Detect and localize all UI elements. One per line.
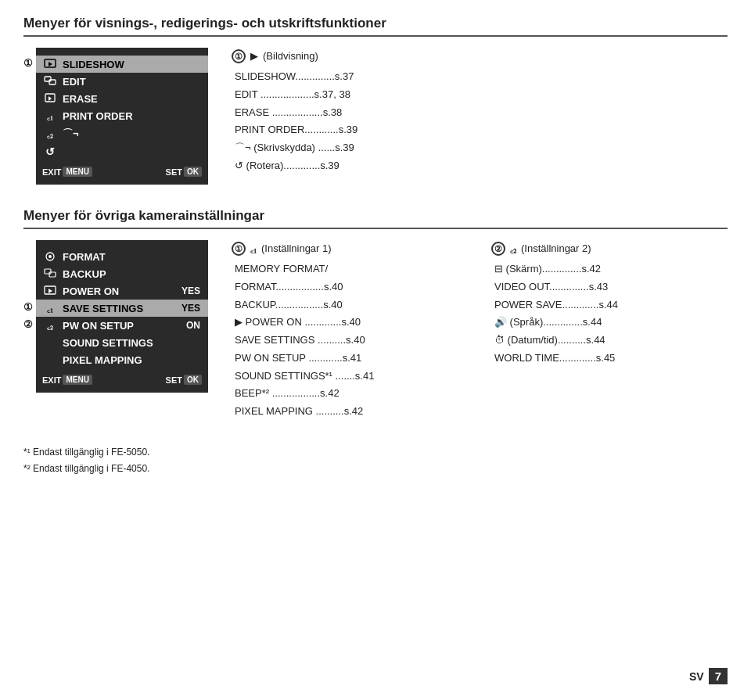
section1-col1: ① ▶ (Bildvisning) SLIDESHOW.............…: [232, 48, 728, 175]
col1-row-2: ERASE ..................s.38: [232, 104, 728, 122]
col1-row-4: ⌒¬ (Skrivskydda) ......s.39: [232, 139, 728, 157]
section2-content: ① ② FORMAT BACKUP: [23, 240, 728, 421]
slideshow-icon: [42, 58, 58, 70]
s2-num-spacer3: [23, 281, 33, 298]
circle-s2-2: ②: [491, 242, 505, 256]
menu1-footer: EXIT MENU SET OK: [36, 163, 208, 180]
set-button2[interactable]: SET OK: [166, 375, 202, 385]
ok2-kbd: OK: [184, 375, 202, 385]
s2-num-spacer1: [23, 246, 33, 264]
s2-col2-row-1: VIDEO OUT..............s.43: [491, 278, 728, 296]
section2-col1: ① ꜀₁ (Inställningar 1) MEMORY FORMAT/ FO…: [232, 240, 468, 421]
section1-content: ① SLIDESHOW EDIT ERASE: [23, 48, 728, 185]
edit-icon: [42, 75, 58, 88]
s2-left-num2: ②: [23, 315, 33, 332]
s2-col1-row-8: PIXEL MAPPING ..........s.42: [232, 403, 468, 421]
s2-col1-row-7: BEEP*² .................s.42: [232, 385, 468, 403]
menu-item-soundsettings[interactable]: SOUND SETTINGS: [36, 334, 208, 351]
menu-item-savesettings-label: SAVE SETTINGS: [63, 303, 143, 314]
menu-item-poweron-label: POWER ON: [63, 285, 119, 297]
s2-num-spacer2: [23, 264, 33, 281]
menu-item-slideshow[interactable]: SLIDESHOW: [36, 56, 208, 73]
soundsettings-icon: [42, 336, 58, 349]
section2-col2-header: ② ꜀₂ (Inställningar 2): [491, 240, 728, 257]
menu-item-format-label: FORMAT: [63, 251, 106, 263]
menu-item-pwonsetup[interactable]: ꜀₂ PW ON SETUP ON: [36, 317, 208, 334]
svg-marker-11: [49, 289, 52, 293]
menu-item-pixelmapping-label: PIXEL MAPPING: [63, 354, 142, 366]
s2-col1-header-text: (Inställningar 1): [261, 240, 332, 257]
svg-rect-8: [45, 269, 51, 274]
menu-kbd: MENU: [63, 167, 92, 177]
menu-item-print[interactable]: ꜀₁ PRINT ORDER: [36, 107, 208, 124]
menu-item-rotate[interactable]: ↺: [36, 143, 208, 160]
circle-1: ①: [232, 49, 246, 63]
s2-col2-header-icon: ꜀₂: [510, 241, 516, 257]
section2-menu-wrapper: ① ② FORMAT BACKUP: [23, 240, 208, 393]
svg-marker-1: [49, 62, 52, 66]
menu-item-pwonsetup-label: PW ON SETUP: [63, 320, 134, 332]
format-icon: [42, 250, 58, 263]
menu-item-pwonsetup-value: ON: [186, 320, 200, 331]
set-label: SET: [166, 167, 182, 177]
svg-rect-2: [45, 77, 51, 81]
menu-item-lock[interactable]: ꜀₂ ⌒¬: [36, 124, 208, 143]
backup-icon: [42, 267, 58, 280]
menu-item-lock-label: ⌒¬: [63, 127, 79, 141]
menu-item-pixelmapping[interactable]: PIXEL MAPPING: [36, 351, 208, 368]
s2-col1-row-6: SOUND SETTINGS*¹ .......s.41: [232, 368, 468, 386]
svg-rect-9: [49, 272, 56, 277]
savesettings-icon: ꜀₁: [42, 302, 58, 314]
col1-row-1: EDIT ...................s.37, 38: [232, 86, 728, 104]
menu-item-poweron-value: YES: [181, 285, 200, 296]
lock-icon: ꜀₂: [42, 127, 58, 140]
menu-item-erase[interactable]: ERASE: [36, 90, 208, 107]
section1-info-columns: ① ▶ (Bildvisning) SLIDESHOW.............…: [232, 48, 728, 175]
footnote-2: *² Endast tillgänglig i FE-4050.: [23, 461, 728, 478]
s2-col2-row-5: WORLD TIME.............s.45: [491, 350, 728, 368]
section2-info-columns: ① ꜀₁ (Inställningar 1) MEMORY FORMAT/ FO…: [232, 240, 728, 421]
menu-item-savesettings-value: YES: [181, 303, 200, 314]
menu-item-backup-label: BACKUP: [63, 268, 106, 280]
menu-item-savesettings[interactable]: ꜀₁ SAVE SETTINGS YES: [36, 300, 208, 317]
s2-col2-row-0: ⊟ (Skärm)..............s.42: [491, 260, 728, 278]
section2-col1-header: ① ꜀₁ (Inställningar 1): [232, 240, 468, 257]
section1-title: Menyer för visnings-, redigerings- och u…: [23, 16, 728, 37]
exit-button2[interactable]: EXIT MENU: [42, 375, 92, 385]
col1-row-3: PRINT ORDER............s.39: [232, 121, 728, 139]
menu-item-backup[interactable]: BACKUP: [36, 265, 208, 282]
menu-item-erase-label: ERASE: [63, 93, 98, 105]
menu-item-poweron[interactable]: POWER ON YES: [36, 282, 208, 300]
col1-row-0: SLIDESHOW..............s.37: [232, 68, 728, 86]
s2-col2-header-text: (Inställningar 2): [521, 240, 591, 257]
menu2-footer: EXIT MENU SET OK: [36, 372, 208, 388]
menu-item-soundsettings-label: SOUND SETTINGS: [63, 337, 153, 349]
svg-marker-5: [49, 96, 52, 101]
col1-row-5: ↺ (Rotera).............s.39: [232, 157, 728, 175]
section1-col1-header: ① ▶ (Bildvisning): [232, 48, 728, 65]
page-lang: SV: [689, 670, 704, 683]
s2-col1-header-icon: ꜀₁: [250, 241, 257, 257]
section1-menu-box: SLIDESHOW EDIT ERASE ꜀₁ PRINT ORDER: [36, 48, 208, 185]
footnote-1: *¹ Endast tillgänglig i FE-5050.: [23, 444, 728, 461]
svg-rect-3: [49, 80, 56, 84]
set-button[interactable]: SET OK: [166, 167, 202, 177]
s2-col2-row-2: POWER SAVE.............s.44: [491, 296, 728, 314]
s2-col1-row-1: FORMAT.................s.40: [232, 278, 468, 296]
ok-kbd: OK: [184, 167, 202, 177]
exit-label: EXIT: [42, 167, 61, 177]
col1-header-text: (Bildvisning): [263, 48, 318, 65]
poweron-icon: [42, 285, 58, 297]
section1-menu-wrapper: ① SLIDESHOW EDIT ERASE: [23, 48, 208, 185]
menu-item-edit[interactable]: EDIT: [36, 73, 208, 90]
page-number-area: SV 7: [689, 668, 728, 684]
print-icon: ꜀₁: [42, 109, 58, 122]
exit-button[interactable]: EXIT MENU: [42, 167, 92, 177]
col1-header-icon: ▶: [250, 48, 258, 65]
s2-left-num1: ①: [23, 298, 33, 315]
erase-icon: [42, 92, 58, 105]
menu-item-edit-label: EDIT: [63, 76, 86, 88]
pwonsetup-icon: ꜀₂: [42, 319, 58, 332]
menu-item-format[interactable]: FORMAT: [36, 248, 208, 265]
s2-col1-row-4: SAVE SETTINGS ..........s.40: [232, 332, 468, 350]
